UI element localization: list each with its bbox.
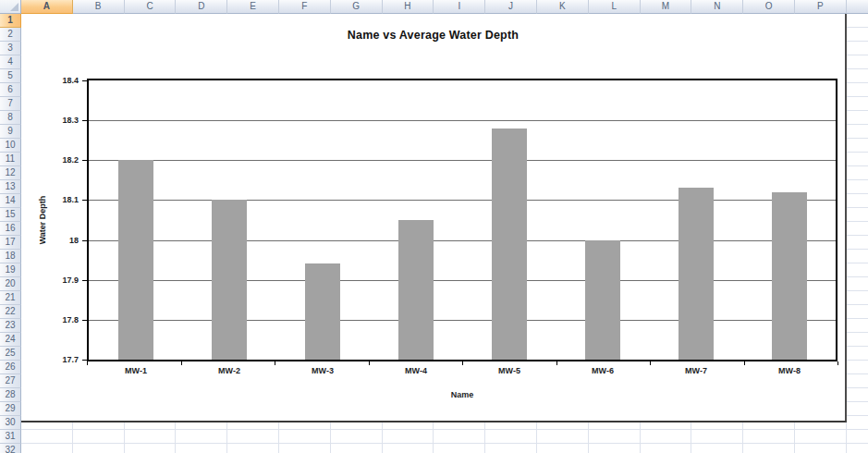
chart-gridline	[89, 320, 836, 321]
y-tick-mark	[82, 200, 87, 201]
column-header-overflow[interactable]	[847, 0, 868, 14]
column-header-n[interactable]: N	[691, 0, 743, 14]
chart-title: Name vs Average Water Depth	[21, 29, 845, 42]
y-tick-mark	[82, 240, 87, 241]
row-header-2[interactable]: 2	[0, 28, 21, 42]
chart-gridline	[89, 280, 836, 281]
column-header-k[interactable]: K	[537, 0, 589, 14]
chart-gridline	[89, 240, 836, 241]
bar-mw-6[interactable]	[585, 240, 620, 360]
row-header-16[interactable]: 16	[0, 222, 21, 236]
row-header-14[interactable]: 14	[0, 194, 21, 208]
x-tick-label: MW-7	[657, 366, 735, 375]
bar-mw-3[interactable]	[305, 263, 340, 360]
row-header-9[interactable]: 9	[0, 125, 21, 139]
bar-mw-2[interactable]	[212, 200, 247, 360]
row-header-1[interactable]: 1	[0, 14, 21, 28]
x-axis-title: Name	[87, 390, 837, 399]
bar-mw-8[interactable]	[772, 192, 807, 360]
y-tick-label: 17.8	[21, 315, 79, 324]
y-tick-label: 18.3	[21, 116, 79, 125]
spreadsheet: ABCDEFGHIJKLMNOP 12345678910111213141516…	[0, 0, 868, 453]
column-header-e[interactable]: E	[227, 0, 279, 14]
y-tick-mark	[82, 120, 87, 121]
select-all-triangle-icon	[10, 3, 18, 11]
column-header-d[interactable]: D	[176, 0, 227, 14]
y-tick-label: 17.7	[21, 355, 79, 364]
bar-mw-4[interactable]	[398, 220, 434, 360]
bar-mw-5[interactable]	[492, 129, 527, 360]
select-all-corner[interactable]	[0, 0, 21, 14]
row-header-4[interactable]: 4	[0, 55, 21, 69]
column-header-c[interactable]: C	[125, 0, 177, 14]
row-header-29[interactable]: 29	[0, 402, 21, 416]
bar-mw-1[interactable]	[118, 160, 153, 360]
column-header-m[interactable]: M	[641, 0, 692, 14]
y-tick-label: 18.1	[21, 195, 79, 204]
row-header-11[interactable]: 11	[0, 153, 21, 166]
row-header-5[interactable]: 5	[0, 69, 21, 83]
x-tick-mark	[369, 361, 370, 365]
column-header-h[interactable]: H	[383, 0, 434, 14]
row-header-17[interactable]: 17	[0, 236, 21, 250]
x-tick-label: MW-2	[190, 366, 268, 375]
row-header-6[interactable]: 6	[0, 83, 21, 97]
row-header-3[interactable]: 3	[0, 42, 21, 55]
column-header-p[interactable]: P	[795, 0, 847, 14]
row-header-31[interactable]: 31	[0, 430, 21, 444]
chart-gridline	[89, 120, 836, 121]
y-tick-mark	[82, 320, 87, 321]
plot-area	[87, 79, 837, 361]
column-header-l[interactable]: L	[589, 0, 641, 14]
y-tick-mark	[82, 160, 87, 161]
row-header-26[interactable]: 26	[0, 361, 21, 374]
column-header-j[interactable]: J	[485, 0, 537, 14]
row-header-8[interactable]: 8	[0, 111, 21, 125]
chart-object[interactable]: Name vs Average Water Depth Water Depth …	[21, 14, 847, 422]
x-tick-label: MW-6	[564, 366, 642, 375]
bar-mw-7[interactable]	[679, 188, 714, 360]
chart-gridline	[89, 200, 836, 201]
column-header-i[interactable]: I	[434, 0, 485, 14]
x-tick-mark	[744, 361, 745, 365]
column-headers: ABCDEFGHIJKLMNOP	[21, 0, 868, 14]
row-header-32[interactable]: 32	[0, 444, 21, 453]
row-header-12[interactable]: 12	[0, 166, 21, 180]
row-header-19[interactable]: 19	[0, 263, 21, 277]
x-tick-mark	[837, 361, 838, 365]
row-header-20[interactable]: 20	[0, 277, 21, 291]
x-tick-label: MW-5	[471, 366, 548, 375]
row-header-7[interactable]: 7	[0, 97, 21, 111]
column-header-f[interactable]: F	[279, 0, 331, 14]
y-tick-mark	[82, 360, 87, 361]
row-header-25[interactable]: 25	[0, 347, 21, 361]
column-header-b[interactable]: B	[73, 0, 125, 14]
column-header-g[interactable]: G	[331, 0, 383, 14]
x-tick-label: MW-4	[377, 366, 455, 375]
row-header-27[interactable]: 27	[0, 374, 21, 388]
x-tick-mark	[181, 361, 182, 365]
y-tick-label: 18.2	[21, 155, 79, 165]
row-header-23[interactable]: 23	[0, 319, 21, 333]
row-header-10[interactable]: 10	[0, 139, 21, 153]
y-tick-label: 17.9	[21, 275, 79, 285]
row-header-18[interactable]: 18	[0, 250, 21, 263]
row-headers: 1234567891011121314151617181920212223242…	[0, 14, 21, 453]
chart-gridline	[89, 160, 836, 161]
x-tick-label: MW-1	[97, 366, 175, 375]
column-header-a[interactable]: A	[21, 0, 73, 14]
row-header-22[interactable]: 22	[0, 305, 21, 319]
row-header-21[interactable]: 21	[0, 291, 21, 305]
column-header-o[interactable]: O	[743, 0, 795, 14]
x-tick-mark	[462, 361, 463, 365]
row-header-30[interactable]: 30	[0, 416, 21, 430]
x-tick-mark	[650, 361, 651, 365]
row-header-24[interactable]: 24	[0, 333, 21, 347]
x-tick-label: MW-3	[284, 366, 361, 375]
x-tick-mark	[556, 361, 557, 365]
row-header-15[interactable]: 15	[0, 208, 21, 222]
y-tick-mark	[82, 280, 87, 281]
x-tick-mark	[275, 361, 275, 365]
row-header-13[interactable]: 13	[0, 180, 21, 194]
row-header-28[interactable]: 28	[0, 388, 21, 402]
